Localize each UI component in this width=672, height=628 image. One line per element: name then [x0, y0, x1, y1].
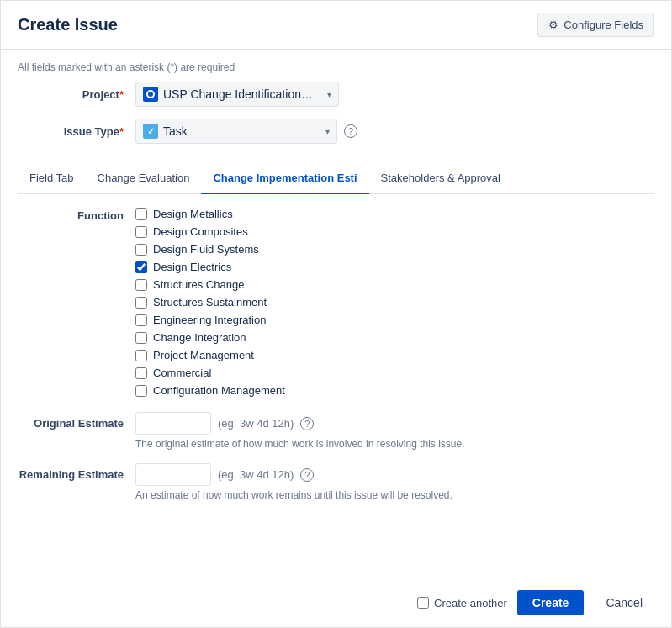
- project-select-wrapper[interactable]: USP Change Identification & ... ▾ USP Ch…: [135, 82, 339, 107]
- modal-header: Create Issue ⚙ Configure Fields: [1, 1, 671, 50]
- checkbox-design-composites[interactable]: Design Composites: [135, 225, 285, 238]
- create-issue-modal: Create Issue ⚙ Configure Fields All fiel…: [0, 0, 672, 628]
- checkbox-design-fluid-systems-label: Design Fluid Systems: [153, 243, 259, 256]
- checkbox-configuration-management[interactable]: Configuration Management: [135, 384, 285, 397]
- original-estimate-label: Original Estimate: [18, 412, 135, 430]
- checkbox-structures-change[interactable]: Structures Change: [135, 278, 285, 291]
- project-label: Project*: [18, 88, 135, 101]
- checkbox-design-metallics[interactable]: Design Metallics: [135, 208, 285, 220]
- project-control: USP Change Identification & ... ▾ USP Ch…: [135, 82, 654, 107]
- checkbox-configuration-management-label: Configuration Management: [153, 384, 285, 397]
- remaining-estimate-input-row: (eg. 3w 4d 12h) ?: [135, 463, 654, 486]
- project-row: Project* USP Change Identification & ...…: [18, 82, 654, 107]
- original-estimate-row: Original Estimate (eg. 3w 4d 12h) ? The …: [18, 412, 654, 450]
- remaining-estimate-label: Remaining Estimate: [18, 463, 135, 481]
- checkbox-design-electrics-input[interactable]: [135, 261, 147, 273]
- required-note: All fields marked with an asterisk (*) a…: [18, 50, 654, 82]
- checkbox-change-integration[interactable]: Change Integration: [135, 331, 285, 344]
- original-estimate-input-row: (eg. 3w 4d 12h) ?: [135, 412, 654, 435]
- function-section: Function Design Metallics Design Composi…: [18, 208, 654, 397]
- checkbox-design-composites-label: Design Composites: [153, 225, 248, 238]
- checkbox-configuration-management-input[interactable]: [135, 385, 147, 397]
- issue-type-help-icon[interactable]: ?: [344, 124, 357, 138]
- function-checkbox-list: Design Metallics Design Composites Desig…: [135, 208, 285, 397]
- checkbox-design-metallics-label: Design Metallics: [153, 208, 233, 220]
- checkbox-engineering-integration-label: Engineering Integration: [153, 314, 266, 326]
- checkbox-commercial-label: Commercial: [153, 367, 211, 379]
- checkbox-design-metallics-input[interactable]: [135, 208, 147, 220]
- remaining-estimate-hint: (eg. 3w 4d 12h): [218, 468, 294, 481]
- create-another-checkbox-label[interactable]: Create another: [417, 597, 507, 610]
- checkbox-design-electrics[interactable]: Design Electrics: [135, 261, 285, 273]
- original-estimate-help-icon[interactable]: ?: [300, 417, 314, 430]
- tab-field-tab[interactable]: Field Tab: [18, 163, 86, 194]
- checkbox-change-integration-input[interactable]: [135, 332, 147, 344]
- gear-icon: ⚙: [548, 18, 558, 31]
- issue-type-label: Issue Type*: [18, 125, 135, 138]
- original-estimate-hint: (eg. 3w 4d 12h): [218, 417, 294, 430]
- checkbox-design-electrics-label: Design Electrics: [153, 261, 231, 273]
- issue-type-select-wrapper[interactable]: ✓ Task ▾ Task: [135, 119, 337, 144]
- checkbox-design-fluid-systems-input[interactable]: [135, 244, 147, 256]
- checkbox-structures-sustainment[interactable]: Structures Sustainment: [135, 296, 285, 309]
- checkbox-commercial[interactable]: Commercial: [135, 367, 285, 379]
- remaining-estimate-help-icon[interactable]: ?: [300, 468, 314, 482]
- issue-type-row: Issue Type* ✓ Task ▾ Task ?: [18, 119, 654, 144]
- checkbox-project-management-label: Project Management: [153, 349, 254, 361]
- modal-footer: Create another Create Cancel: [1, 578, 671, 627]
- checkbox-design-composites-input[interactable]: [135, 226, 147, 238]
- checkbox-structures-sustainment-label: Structures Sustainment: [153, 296, 267, 309]
- remaining-estimate-row: Remaining Estimate (eg. 3w 4d 12h) ? An …: [18, 463, 654, 501]
- modal-body: All fields marked with an asterisk (*) a…: [1, 50, 671, 578]
- remaining-estimate-input[interactable]: [135, 463, 211, 486]
- divider: [18, 156, 654, 156]
- tabs-container: Field Tab Change Evaluation Change Impem…: [18, 163, 654, 194]
- checkbox-project-management[interactable]: Project Management: [135, 349, 285, 361]
- checkbox-engineering-integration-input[interactable]: [135, 314, 147, 326]
- create-another-label: Create another: [434, 597, 507, 610]
- original-estimate-desc: The original estimate of how much work i…: [135, 438, 654, 450]
- modal-title: Create Issue: [18, 15, 118, 34]
- checkbox-design-fluid-systems[interactable]: Design Fluid Systems: [135, 243, 285, 256]
- function-label: Function: [18, 208, 135, 397]
- create-button[interactable]: Create: [517, 590, 585, 615]
- issue-type-control: ✓ Task ▾ Task ?: [135, 119, 654, 144]
- configure-fields-label: Configure Fields: [564, 18, 643, 31]
- checkbox-structures-change-label: Structures Change: [153, 278, 244, 291]
- original-estimate-input[interactable]: [135, 412, 211, 435]
- original-estimate-content: (eg. 3w 4d 12h) ? The original estimate …: [135, 412, 654, 450]
- tab-stakeholders[interactable]: Stakeholders & Approval: [369, 163, 512, 194]
- checkbox-engineering-integration[interactable]: Engineering Integration: [135, 314, 285, 326]
- remaining-estimate-desc: An estimate of how much work remains unt…: [135, 489, 654, 501]
- checkbox-commercial-input[interactable]: [135, 367, 147, 379]
- checkbox-change-integration-label: Change Integration: [153, 331, 246, 344]
- cancel-button[interactable]: Cancel: [594, 590, 654, 615]
- configure-fields-button[interactable]: ⚙ Configure Fields: [537, 13, 654, 37]
- checkbox-structures-change-input[interactable]: [135, 279, 147, 291]
- tab-change-implementation[interactable]: Change Impementation Esti: [201, 163, 368, 194]
- checkbox-structures-sustainment-input[interactable]: [135, 297, 147, 309]
- tab-change-evaluation[interactable]: Change Evaluation: [86, 163, 202, 194]
- remaining-estimate-content: (eg. 3w 4d 12h) ? An estimate of how muc…: [135, 463, 654, 501]
- checkbox-project-management-input[interactable]: [135, 350, 147, 361]
- create-another-checkbox[interactable]: [417, 597, 429, 609]
